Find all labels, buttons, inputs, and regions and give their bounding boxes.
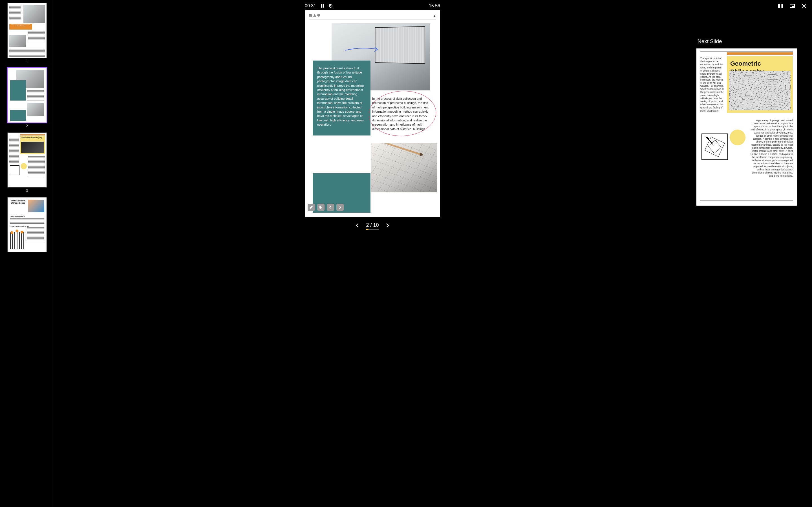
next-left-text: The specific point of the image can be e… [700, 57, 724, 112]
slide-header: 2 [305, 10, 440, 19]
elapsed-time: 00:31 [305, 3, 316, 8]
next-slide-panel: Next Slide Geometric Philosophy The spec… [691, 0, 812, 507]
presentation-player: Building environment information modelin… [0, 0, 812, 507]
pager: 2 / 10 [355, 222, 390, 228]
next-slide-preview: Geometric Philosophy The specific point … [696, 48, 797, 206]
next-slide-label: Next Slide [698, 38, 801, 45]
page-counter: 2 / 10 [366, 222, 378, 228]
svg-rect-6 [792, 6, 794, 7]
pen-tool-button[interactable] [308, 204, 315, 211]
window-controls [777, 3, 807, 9]
thumbnail-4[interactable]: Basic Elements of Plane Space 1. KNOW TH… [5, 197, 49, 252]
tool-next-button[interactable] [336, 204, 344, 211]
spiral-box [702, 133, 728, 160]
thumbnail-2-label: 2 [5, 124, 49, 128]
teal-text-box: The practical results show that: through… [313, 61, 370, 135]
prev-slide-button[interactable] [355, 223, 360, 228]
svg-rect-1 [323, 4, 324, 8]
restart-button[interactable] [328, 4, 333, 8]
thumb4-title: Basic Elements of Plane Space [10, 200, 26, 205]
thumbnail-1-label: 1 [5, 59, 49, 63]
yellow-circle [730, 129, 746, 145]
lower-image [371, 144, 437, 192]
stage: 00:31 15:56 2 [54, 0, 691, 507]
svg-rect-0 [321, 4, 322, 8]
slide-page-number: 2 [434, 13, 436, 17]
thumb3-title: Geometric Philosophy [21, 136, 42, 139]
svg-rect-3 [781, 4, 781, 8]
slide-logo-shapes [309, 14, 320, 17]
pause-button[interactable] [320, 4, 324, 8]
player-controls: 00:31 15:56 [305, 0, 440, 10]
thumbnail-sidebar[interactable]: Building environment information modelin… [0, 0, 54, 507]
thumbnail-3[interactable]: Geometric Philosophy 3 [5, 132, 49, 193]
next-right-text: In geometry , topology , and related bra… [749, 119, 793, 177]
grid-view-icon[interactable] [777, 3, 783, 9]
page-progress-bar [366, 229, 379, 230]
thumb1-band: Building environment information modelin… [9, 24, 32, 30]
svg-rect-4 [782, 4, 783, 8]
total-time: 15:56 [429, 3, 440, 8]
thumb4-sec1: 1. KNOW THE POINTS [10, 216, 25, 217]
annotation-toolbar [308, 204, 344, 211]
wavy-image [729, 71, 791, 110]
next-slide-button[interactable] [385, 223, 390, 228]
thumb4-sec2: 2. THE EXPRESSION OF THE [10, 226, 29, 227]
tool-prev-button[interactable] [327, 204, 334, 211]
current-slide: 2 The practical results show that: throu… [305, 10, 440, 217]
circled-text: In the process of data collection and pr… [371, 96, 433, 132]
pip-icon[interactable] [790, 3, 795, 9]
close-icon[interactable] [801, 3, 807, 9]
thumbnail-3-label: 3 [5, 189, 49, 193]
thumbnail-2[interactable]: 2 [5, 68, 49, 128]
pointer-tool-button[interactable] [317, 204, 324, 211]
svg-rect-2 [778, 4, 780, 8]
thumbnail-1[interactable]: Building environment information modelin… [5, 3, 49, 63]
